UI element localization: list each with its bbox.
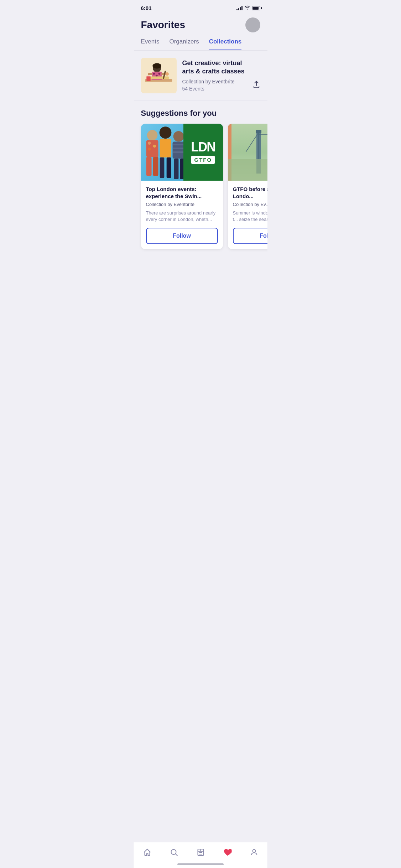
ldn-green-block: LDN GTFO [183, 124, 223, 181]
svg-point-5 [153, 72, 155, 74]
wifi-icon [244, 5, 250, 11]
collection-art [142, 59, 176, 93]
card-by-ldn: Collection by Eventbrite [146, 202, 218, 207]
card-title-ldn: Top London events: experience the Swin..… [146, 186, 218, 200]
svg-point-19 [147, 148, 150, 150]
svg-point-22 [159, 126, 171, 139]
bridge-svg [228, 124, 267, 181]
page-title: Favorites [141, 19, 186, 31]
svg-rect-31 [174, 159, 178, 179]
collection-by: Collection by Eventbrite [182, 79, 252, 84]
svg-point-14 [166, 72, 169, 76]
svg-rect-23 [160, 139, 171, 157]
svg-rect-10 [149, 76, 169, 79]
svg-rect-20 [146, 157, 151, 176]
collection-info: Get creative: virtual arts & crafts clas… [182, 58, 260, 92]
collection-thumbnail [141, 58, 177, 93]
card-by-gtfo: Collection by Ev... [233, 202, 267, 207]
svg-rect-21 [153, 157, 158, 176]
svg-point-18 [153, 145, 156, 148]
card-body-ldn: Top London events: experience the Swin..… [141, 181, 223, 249]
svg-point-3 [152, 63, 161, 68]
svg-rect-35 [256, 130, 261, 133]
ldn-text: LDN [191, 141, 215, 154]
gtfo-text: GTFO [191, 156, 215, 164]
follow-button-ldn[interactable]: Follow [146, 228, 218, 244]
card-title-gtfo: GTFO before s... ends in Londo... [233, 186, 267, 200]
suggestions-header: Suggestions for you [134, 101, 267, 124]
follow-button-gtfo[interactable]: Follow [233, 228, 267, 244]
svg-point-7 [158, 72, 161, 74]
card-body-gtfo: GTFO before s... ends in Londo... Collec… [228, 181, 267, 249]
svg-point-13 [146, 76, 150, 77]
status-time: 6:01 [141, 5, 152, 11]
collection-card: Get creative: virtual arts & crafts clas… [134, 51, 267, 101]
svg-point-15 [147, 130, 157, 141]
card-desc-ldn: There are surprises around nearly every … [146, 210, 218, 223]
svg-rect-24 [160, 157, 164, 178]
share-button[interactable] [252, 81, 260, 90]
battery-icon [252, 6, 260, 10]
svg-point-26 [173, 131, 184, 142]
tab-organizers[interactable]: Organizers [169, 38, 199, 50]
svg-rect-43 [228, 159, 267, 181]
tabs: Events Organizers Collections [134, 32, 267, 51]
collection-title: Get creative: virtual arts & crafts clas… [182, 59, 252, 76]
suggestion-card-gtfo: GTFO before s... ends in Londo... Collec… [228, 124, 267, 249]
collection-event-count: 54 Events [182, 86, 252, 92]
suggestions-scroll: LDN GTFO Top London events: experience t… [134, 124, 267, 256]
svg-rect-25 [166, 157, 171, 178]
card-desc-gtfo: Summer is windo... but there's still t..… [233, 210, 267, 223]
status-icons [236, 5, 260, 11]
status-bar: 6:01 [134, 0, 267, 14]
card-image-gtfo [228, 124, 267, 181]
avatar[interactable] [245, 17, 260, 32]
svg-point-17 [147, 141, 150, 144]
signal-icon [236, 6, 243, 10]
suggestions-title: Suggestions for you [141, 109, 217, 118]
tab-events[interactable]: Events [141, 38, 160, 50]
card-image-ldn: LDN GTFO [141, 124, 223, 181]
suggestion-card-ldn: LDN GTFO Top London events: experience t… [141, 124, 223, 249]
header: Favorites [134, 14, 267, 32]
svg-rect-12 [146, 76, 150, 81]
tab-collections[interactable]: Collections [209, 38, 242, 50]
svg-rect-8 [148, 73, 152, 75]
